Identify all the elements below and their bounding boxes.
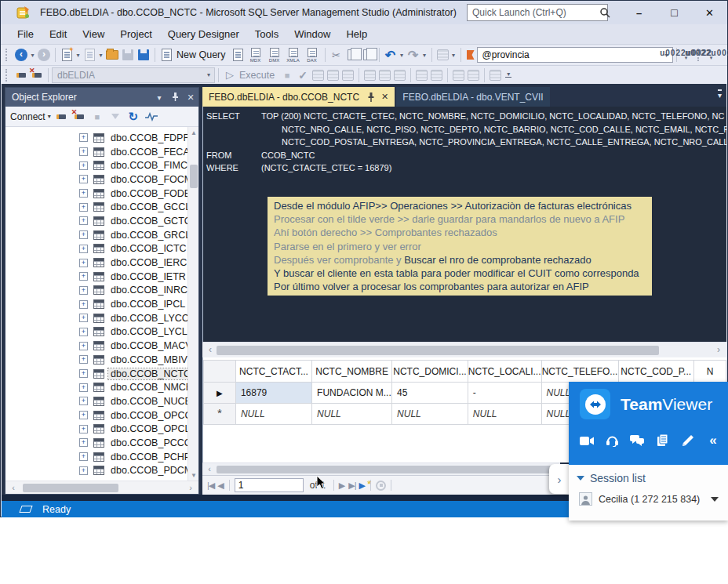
new-row-selector[interactable] <box>204 404 236 425</box>
execute-label[interactable]: Execute <box>239 70 275 81</box>
tree-item[interactable]: dbo.CCOB_FECA <box>5 145 187 159</box>
expand-icon[interactable] <box>79 272 88 281</box>
tree-item[interactable]: dbo.CCOB_IETR <box>5 270 187 284</box>
sql-editor[interactable]: SELECTTOP (200) NCTC_CTACTE_CTEC, NCTC_N… <box>202 107 726 342</box>
menu-window[interactable]: Window <box>287 26 337 42</box>
new-query-button[interactable] <box>158 46 174 63</box>
close-tab-icon[interactable] <box>381 92 388 102</box>
teamviewer-collapse-flap[interactable] <box>549 464 570 494</box>
results-grid-icon[interactable] <box>379 70 391 81</box>
pin-icon[interactable] <box>167 92 183 103</box>
tab-vent-cvii[interactable]: FEBO.dbELDIA - dbo.VENT_CVII <box>396 87 549 107</box>
grid-cell[interactable]: NULL <box>235 404 311 425</box>
add-new-record-button[interactable] <box>359 481 366 491</box>
oe-disconnect-button[interactable]: ✕ <box>71 109 87 125</box>
expand-icon[interactable] <box>79 189 88 198</box>
grid-cell[interactable]: 16879 <box>235 383 311 404</box>
expand-icon[interactable] <box>79 314 88 322</box>
panel-menu-icon[interactable] <box>151 93 167 102</box>
scroll-left-icon[interactable] <box>7 481 20 494</box>
connect-button[interactable] <box>13 67 29 84</box>
xmla-query-button[interactable]: XMLA <box>284 48 303 63</box>
tree-item[interactable]: dbo.CCOB_ICTC <box>5 242 187 256</box>
expand-icon[interactable] <box>79 147 88 156</box>
uncomment-button[interactable] <box>431 70 442 81</box>
tree-item[interactable]: dbo.CCOB_NMCB <box>5 380 187 394</box>
tree-item[interactable]: dbo.CCOB_PCHP <box>5 450 187 464</box>
expand-icon[interactable] <box>79 425 88 433</box>
copy-button[interactable] <box>344 46 360 63</box>
expand-icon[interactable] <box>79 230 88 239</box>
mdx-query-button[interactable]: MDX <box>246 48 265 63</box>
tree-item[interactable]: dbo.CCOB_MACV <box>5 339 187 353</box>
column-header[interactable]: NCTC_NOMBRE <box>312 361 392 383</box>
close-panel-icon[interactable] <box>183 92 198 103</box>
tree-horizontal-scrollbar[interactable] <box>5 481 198 494</box>
indent-button[interactable] <box>468 70 479 81</box>
expand-icon[interactable] <box>79 286 88 295</box>
oe-stop-button[interactable] <box>89 109 105 125</box>
cancel-query-button[interactable] <box>279 67 295 84</box>
expand-icon[interactable] <box>79 259 88 267</box>
toolbar-grip[interactable] <box>5 69 10 82</box>
paste-button[interactable] <box>360 46 376 63</box>
column-header[interactable]: NCTC_LOCALI... <box>468 361 541 383</box>
tree-item[interactable]: dbo.CCOB_LYCL <box>5 325 187 339</box>
expand-icon[interactable] <box>79 161 88 170</box>
tree-item[interactable]: dbo.CCOB_GCCL <box>5 200 187 214</box>
tree-item[interactable]: dbo.CCOB_FODE <box>5 187 187 201</box>
connect-button-label[interactable]: Connect <box>10 111 46 122</box>
tree-item[interactable]: dbo.CCOB_FIMC <box>5 158 187 172</box>
expand-icon[interactable] <box>79 369 88 378</box>
tree-vertical-scrollbar[interactable] <box>187 127 198 481</box>
grid-cell[interactable]: NULL <box>468 404 541 425</box>
row-selector-header[interactable] <box>204 361 236 383</box>
editor-horizontal-scrollbar[interactable] <box>202 342 726 357</box>
menu-view[interactable]: View <box>75 26 111 42</box>
intellisense-caret[interactable] <box>450 52 457 59</box>
double-quote-button-2[interactable] <box>705 50 718 60</box>
file-transfer-icon[interactable] <box>654 433 672 448</box>
expand-icon[interactable] <box>79 397 88 405</box>
entry-dropdown-icon[interactable] <box>711 497 719 502</box>
scrollbar-thumb[interactable] <box>23 484 118 492</box>
scroll-right-icon[interactable] <box>712 343 725 356</box>
tree-item[interactable]: dbo.CCOB_IERC <box>5 256 187 270</box>
tab-ccob-nctc[interactable]: FEBO.dbELDIA - dbo.CCOB_NCTC <box>202 87 395 107</box>
column-header[interactable]: N <box>693 361 726 383</box>
chat-icon[interactable] <box>628 433 646 448</box>
grid-cell[interactable]: NULL <box>392 404 468 425</box>
connect-caret-icon[interactable] <box>48 113 51 120</box>
cancel-fetch-button[interactable] <box>376 481 386 491</box>
scroll-left-icon[interactable] <box>204 343 217 356</box>
activity-monitor-button[interactable] <box>144 109 159 125</box>
back-dropdown-caret[interactable] <box>29 52 36 59</box>
grid-cell[interactable]: NULL <box>312 404 392 425</box>
grid-cell[interactable]: FUNDACION M... <box>312 383 392 404</box>
audio-call-icon[interactable] <box>603 433 621 448</box>
last-record-button[interactable] <box>348 481 355 491</box>
grid-cell[interactable]: 45 <box>392 383 468 404</box>
new-project-button[interactable] <box>59 46 75 63</box>
results-file-icon[interactable] <box>394 70 406 81</box>
expand-icon[interactable] <box>79 203 88 212</box>
collapse-icon[interactable] <box>704 433 722 448</box>
tree-item[interactable]: dbo.CCOB_OPCC <box>5 408 187 423</box>
video-call-icon[interactable] <box>578 433 595 448</box>
template-parameters-icon[interactable] <box>467 50 475 60</box>
tree-item[interactable]: dbo.CCOB_PCCO <box>5 436 187 450</box>
add-item-button[interactable] <box>82 46 97 63</box>
cut-button[interactable] <box>329 46 344 63</box>
outdent-button[interactable] <box>453 70 464 81</box>
column-header[interactable]: NCTC_CTACT... <box>235 361 311 383</box>
menu-help[interactable]: Help <box>339 26 374 42</box>
combo-caret-icon[interactable] <box>203 71 214 78</box>
redo-button[interactable] <box>406 46 421 63</box>
expand-icon[interactable] <box>79 342 88 350</box>
comment-button[interactable] <box>416 70 428 81</box>
close-button[interactable] <box>692 1 727 24</box>
tree-item[interactable]: dbo.CCOB_OPCL <box>5 422 187 436</box>
execute-button[interactable] <box>222 67 238 84</box>
expand-icon[interactable] <box>79 452 88 461</box>
navigate-forward-button[interactable] <box>36 46 52 63</box>
